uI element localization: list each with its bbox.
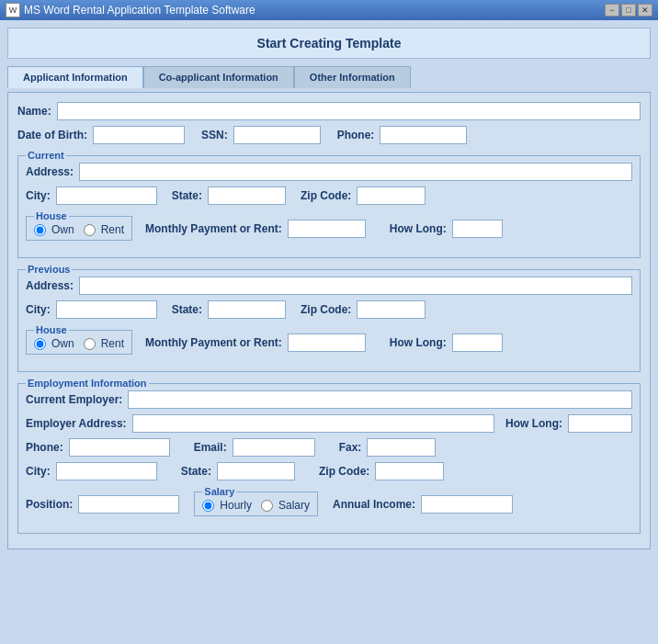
employer-address-input[interactable] xyxy=(132,414,494,433)
emp-fax-input[interactable] xyxy=(367,438,436,457)
current-city-row: City: State: Zip Code: xyxy=(26,186,632,205)
prev-rent-radio-group: Rent xyxy=(84,337,124,350)
previous-legend: Previous xyxy=(26,264,72,275)
app-icon: W xyxy=(6,3,20,17)
previous-section: Previous Address: City: State: Zip Code:… xyxy=(17,264,641,372)
salary-legend: Salary xyxy=(202,486,236,497)
current-city-label: City: xyxy=(26,189,51,202)
emp-state-input[interactable] xyxy=(217,462,295,480)
emp-zip-label: Zip Code: xyxy=(319,465,369,478)
emp-email-input[interactable] xyxy=(233,438,315,457)
position-input[interactable] xyxy=(78,495,179,514)
current-address-row: Address: xyxy=(26,163,632,181)
tab-coapplicant[interactable]: Co-applicant Information xyxy=(143,66,294,88)
emp-state-label: State: xyxy=(181,465,211,478)
prev-city-row: City: State: Zip Code: xyxy=(26,300,632,319)
employment-legend: Employment Information xyxy=(26,378,149,389)
maximize-button[interactable]: □ xyxy=(621,4,636,17)
prev-monthly-input[interactable] xyxy=(288,333,366,352)
minimize-button[interactable]: − xyxy=(605,4,619,17)
emp-phone-input[interactable] xyxy=(69,438,170,457)
employment-section: Employment Information Current Employer:… xyxy=(17,378,641,534)
current-address-input[interactable] xyxy=(79,163,632,181)
emp-city-row: City: State: Zip Code: xyxy=(26,462,632,480)
current-own-label: Own xyxy=(51,223,74,236)
employer-address-label: Employer Address: xyxy=(26,417,127,430)
ssn-input[interactable] xyxy=(233,126,321,144)
emp-city-label: City: xyxy=(26,465,51,478)
current-own-radio-group: Own xyxy=(34,223,74,236)
current-rent-radio-group: Rent xyxy=(84,223,124,236)
prev-howlong-input[interactable] xyxy=(452,333,503,352)
prev-city-label: City: xyxy=(26,303,51,316)
position-row: Position: Salary Hourly Salary Annual In… xyxy=(26,486,632,522)
howlong2-input[interactable] xyxy=(568,414,632,433)
salary-type-label: Salary xyxy=(278,499,310,512)
close-button[interactable]: ✕ xyxy=(638,4,652,17)
current-address-label: Address: xyxy=(26,165,74,178)
current-zip-input[interactable] xyxy=(357,186,425,205)
employer-label: Current Employer: xyxy=(26,393,122,406)
prev-howlong-label: How Long: xyxy=(390,336,447,349)
current-rent-radio[interactable] xyxy=(84,224,96,236)
hourly-radio[interactable] xyxy=(202,500,214,512)
salary-radio-group: Salary xyxy=(261,499,310,512)
emp-city-input[interactable] xyxy=(56,462,157,480)
dob-label: Date of Birth: xyxy=(17,129,87,141)
current-howlong-input[interactable] xyxy=(452,220,503,238)
current-rent-label: Rent xyxy=(101,223,124,236)
current-own-radio[interactable] xyxy=(34,224,46,236)
form-panel: Name: Date of Birth: SSN: Phone: Current… xyxy=(7,92,651,549)
dob-row: Date of Birth: SSN: Phone: xyxy=(17,126,641,144)
prev-monthly-label: Monthly Payment or Rent: xyxy=(145,336,282,349)
prev-own-radio-group: Own xyxy=(34,337,74,350)
current-house-group: House Own Rent xyxy=(26,210,132,241)
prev-address-row: Address: xyxy=(26,277,632,295)
header-title: Start Creating Template xyxy=(7,28,651,59)
window-title: MS Word Rental Application Template Soft… xyxy=(24,4,255,17)
emp-email-label: Email: xyxy=(194,441,227,454)
current-state-label: State: xyxy=(172,189,202,202)
annual-income-input[interactable] xyxy=(421,495,513,514)
position-label: Position: xyxy=(26,498,73,511)
current-howlong-label: How Long: xyxy=(390,222,447,235)
prev-house-group: House Own Rent xyxy=(26,324,132,355)
emp-phone-label: Phone: xyxy=(26,441,63,454)
tab-applicant[interactable]: Applicant Information xyxy=(7,66,143,88)
current-section: Current Address: City: State: Zip Code: … xyxy=(17,150,641,258)
prev-own-radio[interactable] xyxy=(34,338,46,350)
current-state-input[interactable] xyxy=(208,186,286,205)
prev-address-input[interactable] xyxy=(79,277,632,295)
prev-city-input[interactable] xyxy=(56,300,157,319)
prev-rent-radio[interactable] xyxy=(84,338,96,350)
employer-input[interactable] xyxy=(128,390,632,409)
ssn-label: SSN: xyxy=(201,129,228,141)
prev-zip-input[interactable] xyxy=(357,300,425,319)
annual-income-label: Annual Income: xyxy=(333,498,415,511)
current-monthly-input[interactable] xyxy=(288,220,366,238)
prev-own-label: Own xyxy=(51,337,74,350)
current-city-input[interactable] xyxy=(56,186,157,205)
name-row: Name: xyxy=(17,102,641,120)
prev-rent-label: Rent xyxy=(101,337,124,350)
prev-state-input[interactable] xyxy=(208,300,286,319)
tab-bar: Applicant Information Co-applicant Infor… xyxy=(7,66,651,88)
emp-phone-row: Phone: Email: Fax: xyxy=(26,438,632,457)
emp-zip-input[interactable] xyxy=(375,462,444,480)
employer-row: Current Employer: xyxy=(26,390,632,409)
title-bar: W MS Word Rental Application Template So… xyxy=(0,0,658,20)
prev-house-row: House Own Rent Monthly Payment or Rent: … xyxy=(26,324,632,360)
employer-address-row: Employer Address: How Long: xyxy=(26,414,632,433)
main-content: Start Creating Template Applicant Inform… xyxy=(0,20,658,644)
prev-address-label: Address: xyxy=(26,279,74,292)
tab-other[interactable]: Other Information xyxy=(294,66,411,88)
phone-input[interactable] xyxy=(380,126,467,144)
current-legend: Current xyxy=(26,150,66,161)
howlong2-label: How Long: xyxy=(505,417,562,430)
dob-input[interactable] xyxy=(93,126,185,144)
current-house-legend: House xyxy=(34,210,69,221)
name-input[interactable] xyxy=(57,102,641,120)
phone-label: Phone: xyxy=(337,129,375,141)
salary-group: Salary Hourly Salary xyxy=(194,486,318,516)
salary-radio[interactable] xyxy=(261,500,273,512)
